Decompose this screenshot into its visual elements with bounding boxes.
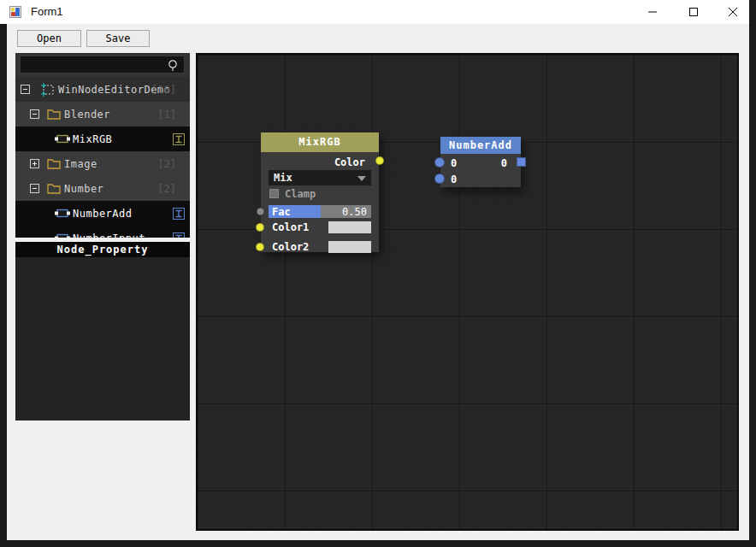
- numberadd-node-header[interactable]: NumberAdd: [440, 137, 521, 154]
- collapse-toggle-icon[interactable]: [30, 184, 39, 193]
- node-tree-panel: WinNodeEditorDemo [10] Blender [1] MixRG…: [15, 53, 190, 238]
- number-input-value-1: 0: [451, 157, 457, 169]
- tree-item-numberinput[interactable]: NumberInput: [15, 226, 190, 238]
- color1-label: Color1: [272, 221, 309, 233]
- node-icon: [55, 233, 70, 238]
- number-input-socket-2[interactable]: [434, 174, 445, 184]
- tree-item-count: [1]: [157, 109, 176, 121]
- chevron-down-icon: [357, 176, 366, 181]
- blend-mode-dropdown[interactable]: Mix: [269, 170, 371, 185]
- tree-item-numberadd[interactable]: NumberAdd: [15, 201, 190, 226]
- tree-item-label: Number: [64, 183, 103, 195]
- fac-slider[interactable]: Fac 0.50: [269, 205, 371, 218]
- blend-mode-value: Mix: [274, 172, 292, 184]
- tree-item-label: Blender: [64, 109, 110, 121]
- expand-toggle-icon[interactable]: [30, 159, 39, 168]
- number-output-value: 0: [501, 157, 507, 169]
- mixrgb-node-header[interactable]: MixRGB: [261, 132, 379, 152]
- tree-item-count: [10]: [151, 84, 176, 96]
- fac-value: 0.50: [342, 206, 367, 218]
- search-icon: [167, 59, 179, 73]
- open-button[interactable]: Open: [17, 30, 81, 47]
- node-type-badge-icon: [173, 208, 185, 220]
- close-button[interactable]: [715, 0, 751, 24]
- tree-item-blender[interactable]: Blender [1]: [15, 102, 190, 126]
- tree-search-box[interactable]: [20, 56, 185, 74]
- node-icon: [55, 209, 70, 218]
- node-editor-canvas[interactable]: MixRGB Color Mix Clamp Fac 0.50 Color1 C…: [196, 53, 739, 531]
- tree-item-count: [2]: [157, 158, 176, 170]
- minimize-icon: [647, 7, 658, 17]
- save-button[interactable]: Save: [86, 30, 150, 47]
- maximize-icon: [688, 7, 699, 17]
- form-body: Open Save WinNodeEditorDemo [1: [7, 24, 749, 540]
- color-output-label: Color: [334, 156, 365, 168]
- fac-label: Fac: [272, 206, 291, 218]
- window-title: Form1: [31, 5, 63, 18]
- color1-swatch[interactable]: [328, 221, 371, 233]
- tree-item-mixrgb[interactable]: MixRGB: [15, 126, 190, 151]
- minimize-button[interactable]: [635, 0, 670, 24]
- color-output-socket[interactable]: [375, 156, 384, 165]
- tree-item-winnodeeditordemo[interactable]: WinNodeEditorDemo [10]: [15, 77, 190, 102]
- collapse-toggle-icon[interactable]: [30, 109, 39, 119]
- tree-item-label: NumberInput: [73, 232, 145, 238]
- color1-input-socket[interactable]: [256, 223, 264, 232]
- close-icon: [728, 7, 738, 17]
- collapse-toggle-icon[interactable]: [21, 85, 30, 94]
- clamp-checkbox[interactable]: [269, 189, 279, 198]
- node-icon: [55, 134, 70, 144]
- folder-icon: [47, 182, 61, 194]
- scene-icon: [40, 83, 55, 97]
- tree-item-count: [2]: [157, 183, 176, 195]
- tree-item-label: Image: [64, 158, 97, 170]
- mixrgb-node[interactable]: MixRGB Color Mix Clamp Fac 0.50 Color1 C…: [261, 132, 379, 252]
- node-property-panel: Node_Property: [15, 242, 190, 421]
- node-type-badge-icon: [173, 232, 185, 238]
- tree-item-number[interactable]: Number [2]: [15, 176, 190, 201]
- node-type-badge-icon: [173, 133, 185, 145]
- color2-label: Color2: [272, 241, 309, 253]
- tree-item-label: NumberAdd: [73, 208, 133, 220]
- folder-icon: [47, 108, 61, 120]
- title-bar: Form1: [0, 0, 749, 24]
- number-input-socket-1[interactable]: [434, 157, 445, 168]
- clamp-label: Clamp: [285, 188, 316, 200]
- number-input-value-2: 0: [451, 174, 457, 185]
- tree-item-image[interactable]: Image [2]: [15, 151, 190, 176]
- color2-input-socket[interactable]: [256, 243, 264, 251]
- folder-icon: [47, 157, 61, 169]
- number-output-socket[interactable]: [517, 157, 526, 167]
- numberadd-node[interactable]: NumberAdd 0 0 0: [440, 137, 521, 187]
- tree-item-label: MixRGB: [73, 133, 112, 145]
- node-property-title: Node_Property: [15, 242, 190, 257]
- fac-input-socket[interactable]: [257, 208, 264, 215]
- app-icon: [9, 6, 21, 18]
- maximize-button[interactable]: [676, 0, 712, 24]
- search-input[interactable]: [24, 58, 161, 71]
- color2-swatch[interactable]: [328, 241, 371, 253]
